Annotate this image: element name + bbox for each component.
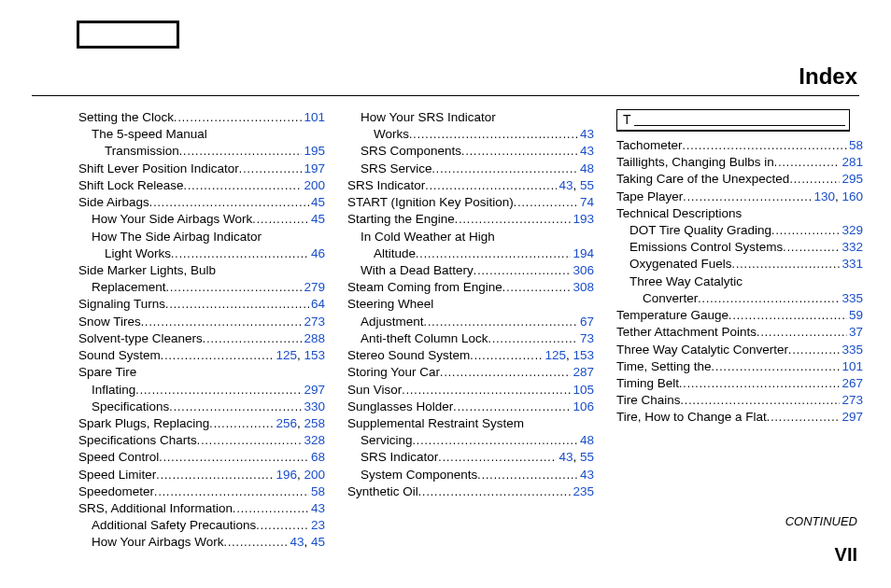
page-link[interactable]: 200: [304, 178, 325, 192]
leader-dots: [453, 399, 571, 414]
page-link[interactable]: 281: [842, 155, 863, 169]
page-link[interactable]: 23: [311, 518, 325, 532]
page-link[interactable]: 331: [842, 257, 863, 271]
page-link[interactable]: 160: [842, 189, 863, 203]
page-link[interactable]: 101: [842, 359, 863, 373]
page-link[interactable]: 105: [573, 383, 594, 397]
page-link[interactable]: 101: [304, 110, 325, 124]
leader-dots: [728, 308, 847, 323]
page-link[interactable]: 196: [276, 468, 297, 482]
index-entry: Works43: [347, 126, 594, 143]
page-link[interactable]: 37: [849, 325, 863, 339]
page-link[interactable]: 297: [304, 383, 325, 397]
page-link[interactable]: 43: [311, 501, 325, 515]
page-link[interactable]: 200: [304, 468, 325, 482]
page-link[interactable]: 308: [573, 280, 594, 294]
index-entry: With a Dead Battery306: [347, 262, 594, 279]
page-link[interactable]: 48: [580, 433, 594, 447]
page-link[interactable]: 194: [573, 246, 594, 260]
page-link[interactable]: 43: [559, 178, 573, 192]
page-link[interactable]: 73: [580, 331, 594, 345]
page-link[interactable]: 58: [849, 138, 863, 152]
page-link[interactable]: 130: [813, 189, 835, 203]
page-link[interactable]: 68: [311, 450, 325, 464]
page-link[interactable]: 64: [311, 297, 325, 311]
page-link[interactable]: 106: [573, 399, 594, 413]
page-link[interactable]: 55: [580, 178, 594, 192]
page-link[interactable]: 295: [842, 172, 863, 186]
page-link[interactable]: 330: [304, 399, 325, 413]
page-link[interactable]: 153: [573, 348, 594, 362]
page-link[interactable]: 55: [580, 450, 594, 464]
page-link[interactable]: 256: [276, 416, 297, 430]
index-entry-label: Emissions Control Systems: [629, 239, 783, 256]
leader-dots: [135, 383, 302, 398]
index-entry: The 5-speed Manual: [78, 126, 325, 143]
page-link[interactable]: 153: [304, 348, 325, 362]
leader-dots: [174, 110, 302, 125]
page-link[interactable]: 335: [842, 291, 863, 305]
page-link[interactable]: 273: [304, 315, 325, 329]
index-entry-pages: 74: [578, 194, 594, 211]
page-link[interactable]: 197: [304, 161, 325, 175]
index-entry-pages: 43: [309, 500, 325, 517]
leader-dots: [683, 138, 847, 153]
index-entry-pages: 125, 153: [274, 347, 325, 364]
index-entry-label: Adjustment: [361, 314, 424, 330]
page-link[interactable]: 267: [842, 376, 863, 390]
index-entry-label: Tire, How to Change a Flat: [616, 409, 767, 426]
index-entry-pages: 58: [847, 137, 863, 154]
index-entry-label: DOT Tire Quality Grading: [629, 222, 771, 239]
page-link[interactable]: 332: [842, 240, 863, 254]
page-link[interactable]: 288: [304, 331, 325, 345]
index-entry: How Your Airbags Work43, 45: [78, 534, 325, 551]
page-link[interactable]: 45: [311, 212, 325, 226]
index-entry-label: Oxygenated Fuels: [629, 256, 732, 273]
index-entry-pages: 68: [309, 449, 325, 466]
leader-dots: [209, 416, 274, 431]
page-link[interactable]: 67: [580, 315, 594, 329]
page-link[interactable]: 287: [573, 365, 594, 379]
index-entry-label: Speedometer: [78, 483, 154, 500]
index-entry-pages: 45: [309, 211, 325, 228]
page-link[interactable]: 306: [573, 263, 594, 277]
page-link[interactable]: 45: [311, 195, 325, 209]
page-link[interactable]: 125: [544, 348, 566, 362]
page-link[interactable]: 46: [311, 246, 325, 260]
index-entry-label: Steam Coming from Engine: [347, 279, 502, 296]
index-entry-label: Converter: [643, 290, 698, 307]
leader-dots: [169, 399, 302, 414]
page-link[interactable]: 235: [573, 484, 594, 498]
index-entry: Storing Your Car287: [347, 364, 594, 381]
page-link[interactable]: 45: [311, 535, 325, 549]
page-link[interactable]: 43: [580, 144, 594, 158]
page-link[interactable]: 279: [304, 280, 325, 294]
leader-dots: [159, 450, 309, 465]
page-link[interactable]: 43: [580, 468, 594, 482]
page-link[interactable]: 297: [842, 410, 863, 424]
page-link[interactable]: 58: [311, 484, 325, 498]
page-link[interactable]: 59: [849, 308, 863, 322]
page-link[interactable]: 329: [842, 223, 863, 237]
page-link[interactable]: 195: [304, 144, 325, 158]
page-link[interactable]: 125: [276, 348, 297, 362]
page-link[interactable]: 335: [842, 343, 863, 357]
page-link[interactable]: 74: [580, 195, 594, 209]
index-entry: Sunglasses Holder106: [347, 399, 594, 415]
index-entry-label: Snow Tires: [78, 314, 141, 330]
header-empty-box: [77, 21, 179, 49]
page-link[interactable]: 193: [573, 212, 594, 226]
page-link[interactable]: 43: [290, 535, 304, 549]
page-link[interactable]: 48: [580, 161, 594, 175]
page-link[interactable]: 43: [580, 127, 594, 141]
page-link[interactable]: 273: [842, 393, 863, 407]
index-entry: Shift Lever Position Indicator197: [78, 161, 325, 177]
index-entry-label: SRS, Additional Information: [78, 500, 233, 517]
index-entry-pages: 105: [571, 382, 594, 399]
page-link[interactable]: 43: [559, 450, 573, 464]
leader-dots: [424, 315, 578, 329]
page-link[interactable]: 258: [304, 416, 325, 430]
leader-dots: [757, 325, 847, 340]
leader-dots: [788, 343, 840, 357]
page-link[interactable]: 328: [304, 433, 325, 447]
